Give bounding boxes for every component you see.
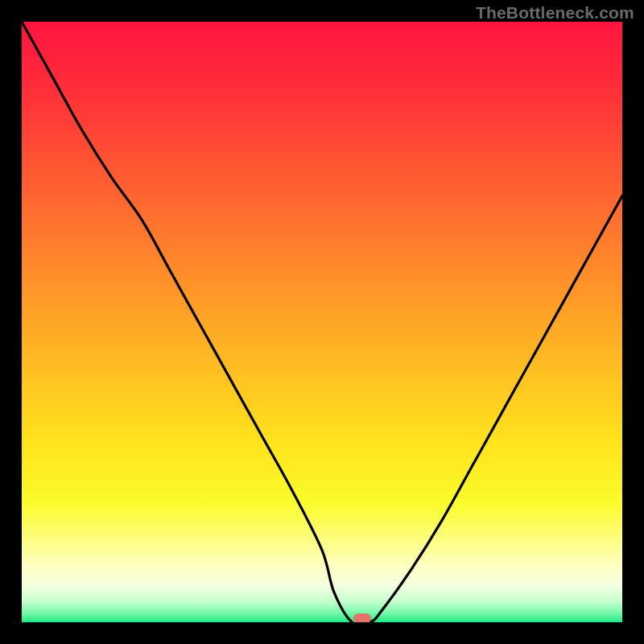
optimal-marker [353,613,371,622]
plot-area [22,22,622,622]
background-gradient [22,22,622,622]
watermark-text: TheBottleneck.com [476,3,634,23]
svg-rect-0 [22,22,622,622]
chart-frame: TheBottleneck.com [0,0,644,644]
